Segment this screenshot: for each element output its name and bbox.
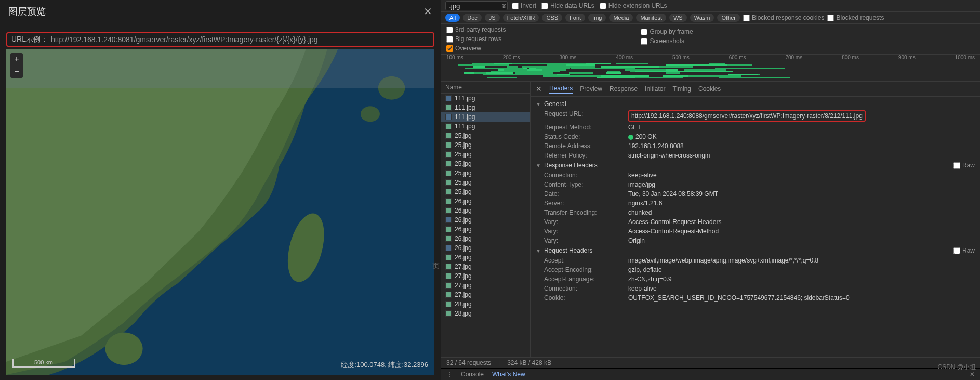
request-name: 26.jpg bbox=[455, 226, 472, 233]
detail-tab-response[interactable]: Response bbox=[610, 84, 638, 94]
raw-checkbox[interactable]: Raw bbox=[953, 162, 975, 169]
drawer-close-icon[interactable]: ✕ bbox=[970, 371, 975, 378]
request-row[interactable]: 25.jpg bbox=[441, 187, 530, 196]
request-name: 27.jpg bbox=[455, 263, 472, 270]
request-name: 111.jpg bbox=[455, 113, 475, 121]
invert-checkbox[interactable]: Invert bbox=[512, 2, 536, 9]
network-timeline[interactable]: 100 ms200 ms300 ms400 ms500 ms600 ms700 … bbox=[441, 55, 980, 82]
overview-checkbox[interactable]: Overview bbox=[446, 45, 506, 52]
request-row[interactable]: 111.jpg bbox=[441, 103, 530, 112]
request-name: 27.jpg bbox=[455, 282, 472, 289]
header-row: Date:Tue, 30 Jan 2024 08:58:39 GMT bbox=[531, 189, 980, 199]
third-party-checkbox[interactable]: 3rd-party requests bbox=[446, 26, 506, 33]
blocked-requests-checkbox[interactable]: Blocked requests bbox=[827, 14, 884, 21]
type-filter-wasm[interactable]: Wasm bbox=[690, 14, 714, 22]
clear-filter-icon[interactable]: ⊗ bbox=[501, 2, 507, 9]
request-list: Name 111.jpg111.jpg111.jpg111.jpg25.jpg2… bbox=[441, 82, 531, 357]
detail-tab-headers[interactable]: Headers bbox=[549, 84, 573, 94]
request-row[interactable]: 26.jpg bbox=[441, 225, 530, 234]
request-row[interactable]: 25.jpg bbox=[441, 131, 530, 140]
type-filter-all[interactable]: All bbox=[445, 14, 460, 22]
header-value: image/jpg bbox=[628, 181, 975, 188]
zoom-in-button[interactable]: + bbox=[10, 53, 23, 65]
screenshots-checkbox[interactable]: Screenshots bbox=[641, 37, 693, 45]
request-row[interactable]: 25.jpg bbox=[441, 140, 530, 150]
section-header[interactable]: ▼Request HeadersRaw bbox=[531, 245, 980, 256]
drawer-tabs: ⋮ Console What's New ✕ bbox=[441, 368, 980, 380]
tab-console[interactable]: Console bbox=[461, 371, 484, 378]
request-row[interactable]: 26.jpg bbox=[441, 196, 530, 206]
request-row[interactable]: 25.jpg bbox=[441, 159, 530, 168]
header-value: chunked bbox=[628, 209, 975, 216]
header-row: Vary:Origin bbox=[531, 236, 980, 245]
detail-tab-timing[interactable]: Timing bbox=[672, 84, 691, 94]
type-filter-media[interactable]: Media bbox=[609, 14, 633, 22]
request-name: 25.jpg bbox=[455, 151, 472, 158]
header-value: 200 OK bbox=[628, 133, 975, 140]
hide-data-urls-checkbox[interactable]: Hide data URLs bbox=[541, 2, 594, 9]
request-row[interactable]: 27.jpg bbox=[441, 290, 530, 299]
request-row[interactable]: 26.jpg bbox=[441, 234, 530, 243]
close-detail-icon[interactable]: ✕ bbox=[536, 85, 542, 93]
drawer-menu-icon[interactable]: ⋮ bbox=[446, 371, 453, 378]
request-row[interactable]: 26.jpg bbox=[441, 206, 530, 215]
request-row[interactable]: 27.jpg bbox=[441, 271, 530, 281]
request-row[interactable]: 25.jpg bbox=[441, 168, 530, 178]
caret-icon: ▼ bbox=[536, 163, 541, 168]
raw-checkbox[interactable]: Raw bbox=[953, 247, 975, 254]
name-column-header[interactable]: Name bbox=[441, 82, 530, 94]
detail-tab-cookies[interactable]: Cookies bbox=[698, 84, 721, 94]
filter-toolbar: ⊗ Invert Hide data URLs Hide extension U… bbox=[441, 0, 980, 12]
detail-tab-initiator[interactable]: Initiator bbox=[645, 84, 665, 94]
request-row[interactable]: 28.jpg bbox=[441, 309, 530, 318]
header-row: Request URL:http://192.168.1.240:8088/gm… bbox=[531, 109, 980, 123]
type-filter-manifest[interactable]: Manifest bbox=[636, 14, 666, 22]
image-icon bbox=[445, 198, 452, 204]
layer-preview-panel: 图层预览 ✕ URL示例： http://192.168.1.240:8081/… bbox=[0, 0, 441, 380]
hide-ext-urls-checkbox[interactable]: Hide extension URLs bbox=[600, 2, 667, 9]
request-row[interactable]: 26.jpg bbox=[441, 243, 530, 253]
type-filter-js[interactable]: JS bbox=[485, 14, 500, 22]
request-name: 26.jpg bbox=[455, 198, 472, 205]
type-filter-fetch-xhr[interactable]: Fetch/XHR bbox=[503, 14, 539, 22]
watermark: CSDN @小坦 bbox=[937, 363, 976, 372]
request-name: 26.jpg bbox=[455, 207, 472, 214]
request-row[interactable]: 27.jpg bbox=[441, 262, 530, 271]
map-viewport[interactable]: + − 500 km 经度:100.0748, 纬度:32.2396 bbox=[6, 49, 434, 375]
request-row[interactable]: 28.jpg bbox=[441, 299, 530, 309]
section-header[interactable]: ▼General bbox=[531, 99, 980, 109]
request-row[interactable]: 27.jpg bbox=[441, 281, 530, 290]
blocked-cookies-checkbox[interactable]: Blocked response cookies bbox=[743, 14, 824, 21]
type-filter-css[interactable]: CSS bbox=[542, 14, 562, 22]
type-filter-ws[interactable]: WS bbox=[669, 14, 687, 22]
section-header[interactable]: ▼Response HeadersRaw bbox=[531, 160, 980, 171]
image-icon bbox=[445, 226, 452, 232]
request-row[interactable]: 25.jpg bbox=[441, 178, 530, 187]
header-value: Tue, 30 Jan 2024 08:58:39 GMT bbox=[628, 190, 975, 198]
filter-input[interactable] bbox=[445, 1, 508, 10]
tab-whats-new[interactable]: What's New bbox=[492, 371, 525, 378]
detail-tab-preview[interactable]: Preview bbox=[580, 84, 602, 94]
request-row[interactable]: 111.jpg bbox=[441, 122, 530, 131]
request-row[interactable]: 26.jpg bbox=[441, 215, 530, 225]
close-icon[interactable]: ✕ bbox=[423, 5, 432, 18]
header-row: Vary:Access-Control-Request-Headers bbox=[531, 217, 980, 227]
image-icon bbox=[445, 104, 452, 111]
type-filter-img[interactable]: Img bbox=[588, 14, 606, 22]
image-icon bbox=[445, 245, 452, 251]
big-rows-checkbox[interactable]: Big request rows bbox=[446, 35, 506, 43]
request-row[interactable]: 26.jpg bbox=[441, 253, 530, 262]
image-icon bbox=[445, 95, 452, 101]
request-row[interactable]: 111.jpg bbox=[441, 94, 530, 103]
zoom-out-button[interactable]: − bbox=[10, 65, 23, 78]
header-key: Date: bbox=[544, 190, 622, 198]
request-row[interactable]: 25.jpg bbox=[441, 150, 530, 159]
request-row[interactable]: 111.jpg bbox=[441, 112, 530, 122]
type-filter-font[interactable]: Font bbox=[565, 14, 585, 22]
image-icon bbox=[445, 114, 452, 120]
type-filter-doc[interactable]: Doc bbox=[463, 14, 482, 22]
type-filter-other[interactable]: Other bbox=[717, 14, 740, 22]
header-value: 192.168.1.240:8088 bbox=[628, 142, 975, 150]
header-value: strict-origin-when-cross-origin bbox=[628, 152, 975, 159]
group-frame-checkbox[interactable]: Group by frame bbox=[641, 28, 693, 35]
